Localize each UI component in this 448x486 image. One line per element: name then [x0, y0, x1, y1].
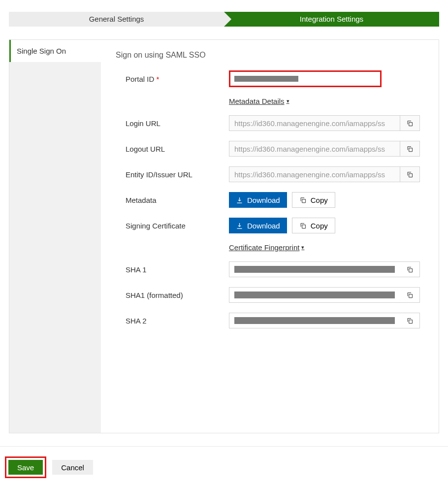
- copy-icon: [299, 196, 307, 204]
- label-login-url: Login URL: [116, 119, 229, 128]
- svg-rect-7: [409, 320, 412, 323]
- caret-down-icon: ▾: [301, 244, 304, 251]
- sha1-field[interactable]: [229, 261, 420, 277]
- sha2-field[interactable]: [229, 313, 420, 328]
- copy-login-url-button[interactable]: [400, 116, 419, 130]
- copy-icon: [299, 222, 307, 229]
- label-sha2: SHA 2: [116, 317, 229, 325]
- save-highlight: Save: [5, 456, 46, 478]
- label-sha1: SHA 1: [116, 265, 229, 274]
- settings-panel: Single Sign On Sign on using SAML SSO Po…: [9, 39, 439, 433]
- sha1-formatted-field[interactable]: [229, 287, 420, 303]
- copy-icon: [406, 120, 414, 127]
- logout-url-field[interactable]: https://id360.managenengine.com/iamapps/…: [229, 141, 420, 157]
- download-metadata-button[interactable]: Download: [229, 192, 287, 208]
- label-entity-url: Entity ID/Issuer URL: [116, 170, 229, 179]
- login-url-field[interactable]: https://id360.managenengine.com/iamapps/…: [229, 115, 420, 131]
- svg-rect-3: [302, 199, 305, 202]
- copy-icon: [406, 292, 414, 299]
- certificate-fingerprint-toggle[interactable]: Certificate Fingerprint▾: [229, 243, 304, 252]
- section-title: Sign on using SAML SSO: [116, 51, 424, 60]
- copy-icon: [406, 145, 414, 153]
- redacted-value: [234, 76, 298, 82]
- download-certificate-button[interactable]: Download: [229, 218, 287, 233]
- caret-down-icon: ▾: [287, 98, 289, 104]
- cancel-button[interactable]: Cancel: [52, 460, 93, 475]
- save-button[interactable]: Save: [8, 460, 43, 475]
- svg-rect-6: [409, 294, 412, 297]
- label-metadata: Metadata: [116, 196, 229, 204]
- copy-icon: [406, 266, 414, 273]
- sidebar-item-single-sign-on[interactable]: Single Sign On: [9, 40, 101, 62]
- download-icon: [236, 222, 243, 229]
- redacted-value: [234, 266, 395, 273]
- copy-entity-url-button[interactable]: [400, 167, 419, 182]
- svg-rect-1: [409, 148, 413, 151]
- copy-sha2-button[interactable]: [400, 313, 419, 328]
- footer-actions: Save Cancel: [0, 446, 448, 486]
- copy-logout-url-button[interactable]: [400, 141, 419, 156]
- settings-sidebar: Single Sign On: [9, 40, 101, 433]
- copy-metadata-button[interactable]: Copy: [292, 192, 335, 208]
- svg-rect-4: [302, 225, 305, 228]
- metadata-details-toggle[interactable]: Metadata Details▾: [229, 97, 289, 105]
- redacted-value: [234, 317, 395, 324]
- label-logout-url: Logout URL: [116, 145, 229, 153]
- svg-rect-0: [409, 122, 413, 126]
- label-signing-certificate: Signing Certificate: [116, 222, 229, 230]
- download-icon: [236, 196, 243, 204]
- settings-tabs: General Settings Integration Settings: [9, 12, 439, 27]
- settings-main: Sign on using SAML SSO Portal ID * Metad…: [101, 40, 439, 433]
- label-sha1-formatted: SHA1 (formatted): [116, 291, 229, 299]
- copy-sha1-formatted-button[interactable]: [400, 288, 419, 302]
- copy-certificate-button[interactable]: Copy: [292, 218, 335, 233]
- copy-icon: [406, 171, 414, 178]
- label-portal-id: Portal ID *: [116, 75, 229, 83]
- tab-general-settings[interactable]: General Settings: [9, 12, 224, 27]
- tab-integration-settings[interactable]: Integration Settings: [224, 12, 439, 27]
- svg-rect-5: [409, 268, 412, 272]
- copy-icon: [406, 317, 414, 324]
- entity-url-field[interactable]: https://id360.managenengine.com/iamapps/…: [229, 166, 420, 182]
- redacted-value: [234, 292, 395, 298]
- svg-rect-2: [409, 173, 413, 177]
- portal-id-input[interactable]: [229, 70, 382, 87]
- copy-sha1-button[interactable]: [400, 262, 419, 277]
